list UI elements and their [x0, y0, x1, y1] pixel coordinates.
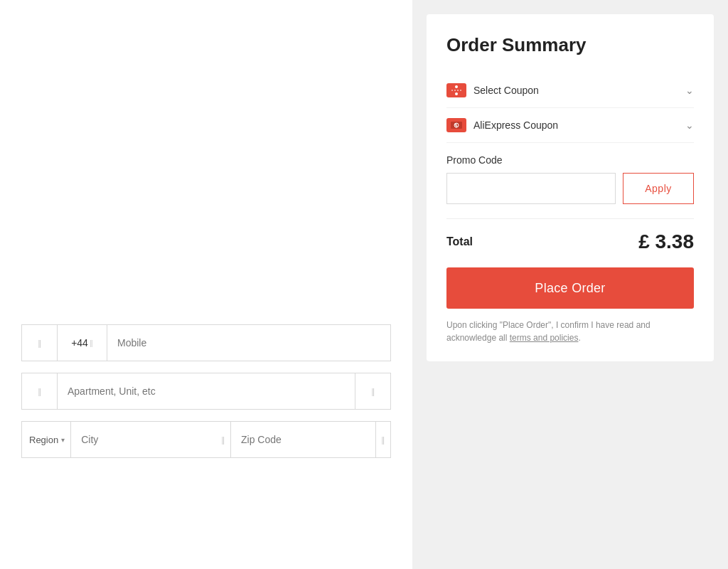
aliexpress-coupon-label: AliExpress Coupon	[473, 119, 558, 131]
phone-row: ‖ +44 ‖	[21, 324, 391, 361]
promo-code-input[interactable]	[446, 173, 616, 204]
region-select[interactable]: Region ▾	[21, 421, 70, 458]
promo-input-row: Apply	[446, 173, 694, 204]
select-coupon-label: Select Coupon	[473, 85, 539, 96]
region-label: Region	[29, 435, 58, 445]
disclaimer-text: Upon clicking "Place Order", I confirm I…	[446, 319, 694, 344]
disclaimer-suffix: .	[578, 333, 580, 343]
total-amount: £ 3.38	[638, 230, 694, 253]
flag-icon: ‖	[21, 324, 57, 361]
total-label: Total	[446, 235, 473, 248]
promo-section: Promo Code Apply	[446, 143, 694, 204]
apply-button[interactable]: Apply	[623, 173, 694, 204]
select-coupon-chevron-icon: ⌄	[685, 85, 694, 96]
aliexpress-coupon-row[interactable]: $ AliExpress Coupon ⌄	[446, 108, 694, 143]
apartment-input[interactable]	[57, 373, 355, 410]
address-row: ‖ ‖	[21, 373, 391, 410]
zip-end-icon: ‖	[375, 421, 391, 458]
zip-input[interactable]	[230, 421, 375, 458]
city-input[interactable]	[70, 421, 215, 458]
city-end-icon: ‖	[215, 421, 230, 458]
svg-rect-1	[455, 85, 458, 88]
left-panel: ‖ +44 ‖ ‖ ‖ Regi	[0, 0, 412, 569]
aliexpress-coupon-left: $ AliExpress Coupon	[446, 118, 558, 132]
country-code-display: +44 ‖	[57, 324, 107, 361]
svg-rect-2	[455, 92, 458, 95]
apt-end-icon: ‖	[355, 373, 391, 410]
page-wrapper: ‖ +44 ‖ ‖ ‖ Regi	[0, 0, 728, 569]
promo-code-label: Promo Code	[446, 154, 694, 166]
aliexpress-coupon-icon: $	[446, 118, 466, 132]
order-summary-title: Order Summary	[446, 34, 694, 56]
terms-link[interactable]: terms and policies	[510, 333, 579, 343]
order-summary-card: Order Summary Select Coupon ⌄	[427, 14, 714, 361]
select-coupon-icon	[446, 83, 466, 97]
region-chevron-icon: ▾	[61, 436, 65, 444]
aliexpress-coupon-chevron-icon: ⌄	[685, 119, 694, 131]
mobile-input[interactable]	[107, 324, 391, 361]
place-order-button[interactable]: Place Order	[446, 267, 694, 309]
select-coupon-row[interactable]: Select Coupon ⌄	[446, 73, 694, 108]
right-panel: Order Summary Select Coupon ⌄	[412, 0, 728, 569]
total-divider	[446, 218, 694, 219]
city-row: Region ▾ ‖ ‖	[21, 421, 391, 458]
svg-text:$: $	[455, 123, 458, 129]
select-coupon-left: Select Coupon	[446, 83, 539, 97]
apt-flag-icon: ‖	[21, 373, 57, 410]
total-row: Total £ 3.38	[446, 230, 694, 253]
form-area: ‖ +44 ‖ ‖ ‖ Regi	[0, 310, 412, 484]
